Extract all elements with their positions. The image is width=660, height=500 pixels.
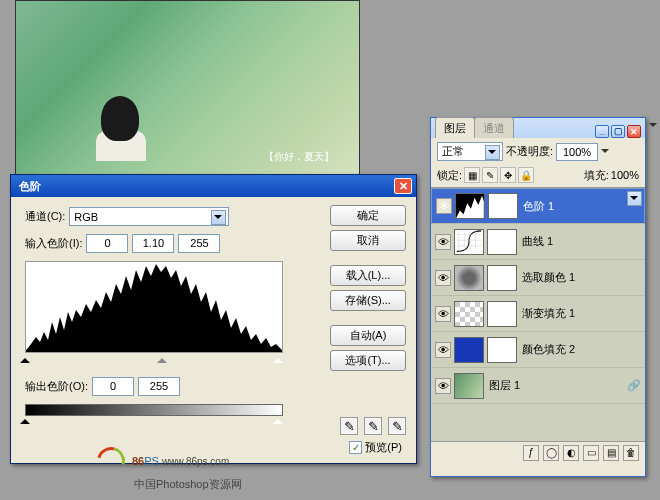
cancel-button[interactable]: 取消 (330, 230, 406, 251)
histogram (25, 261, 283, 353)
out-black-handle[interactable] (20, 414, 30, 424)
output-gradient (25, 404, 283, 416)
input-levels-label: 输入色阶(I): (25, 236, 82, 251)
layer-mask-thumb[interactable] (487, 229, 517, 255)
tab-layers[interactable]: 图层 (435, 117, 475, 138)
layer-name: 颜色填充 2 (522, 342, 575, 357)
minimize-icon[interactable]: _ (595, 125, 609, 138)
layers-panel: 图层 通道 _ ▢ ✕ 正常 不透明度: 100% 锁定: ▦ ✎ ✥ 🔒 填充… (430, 117, 646, 477)
auto-button[interactable]: 自动(A) (330, 325, 406, 346)
visibility-icon[interactable]: 👁 (435, 342, 451, 358)
layer-name: 曲线 1 (522, 234, 553, 249)
layers-footer: ƒ ◯ ◐ ▭ ▤ 🗑 (431, 441, 645, 463)
save-button[interactable]: 存储(S)... (330, 290, 406, 311)
mask-icon[interactable]: ◯ (543, 445, 559, 461)
layer-row-levels[interactable]: 👁 色阶 1 (431, 188, 645, 224)
canvas-photo: 【你好，夏天】 (15, 0, 360, 190)
maximize-icon[interactable]: ▢ (611, 125, 625, 138)
layer-name: 图层 1 (489, 378, 520, 393)
layer-row-color-fill[interactable]: 👁 颜色填充 2 (431, 332, 645, 368)
close-icon[interactable]: ✕ (394, 178, 412, 194)
load-button[interactable]: 载入(L)... (330, 265, 406, 286)
layer-thumb[interactable] (454, 301, 484, 327)
out-white-handle[interactable] (273, 414, 283, 424)
white-point-handle[interactable] (273, 353, 283, 363)
input-slider[interactable] (25, 355, 283, 365)
preview-label: 预览(P) (365, 440, 402, 455)
layer-mask-thumb[interactable] (487, 337, 517, 363)
gray-eyedropper-icon[interactable]: ✎ (364, 417, 382, 435)
adjust-icon[interactable]: ◐ (563, 445, 579, 461)
preview-checkbox[interactable]: ✓ (349, 441, 362, 454)
layer-mask-thumb[interactable] (487, 301, 517, 327)
levels-dialog: 色阶 ✕ 通道(C): RGB 输入色阶(I): 0 1.10 255 输出 (10, 174, 417, 464)
new-layer-icon[interactable]: ▤ (603, 445, 619, 461)
folder-icon[interactable]: ▭ (583, 445, 599, 461)
gray-point-handle[interactable] (157, 353, 167, 363)
opacity-label: 不透明度: (506, 144, 553, 159)
layer-row-gradient-fill[interactable]: 👁 渐变填充 1 (431, 296, 645, 332)
layer-name: 渐变填充 1 (522, 306, 575, 321)
fx-icon[interactable]: ƒ (523, 445, 539, 461)
layer-name: 选取颜色 1 (522, 270, 575, 285)
layer-thumb[interactable] (454, 337, 484, 363)
blend-mode-select[interactable]: 正常 (437, 142, 503, 161)
layer-thumb[interactable] (454, 265, 484, 291)
photo-subject (96, 96, 156, 161)
output-slider[interactable] (25, 416, 283, 426)
lock-move-icon[interactable]: ✥ (500, 167, 516, 183)
visibility-icon[interactable]: 👁 (436, 198, 452, 214)
input-mid-field[interactable]: 1.10 (132, 234, 174, 253)
layer-thumb[interactable] (454, 373, 484, 399)
levels-title: 色阶 (19, 179, 41, 194)
trash-icon[interactable]: 🗑 (623, 445, 639, 461)
layer-row-layer1[interactable]: 👁 图层 1 🔗 (431, 368, 645, 404)
layer-thumb[interactable] (454, 229, 484, 255)
levels-titlebar[interactable]: 色阶 ✕ (11, 175, 416, 197)
black-eyedropper-icon[interactable]: ✎ (340, 417, 358, 435)
lock-transparent-icon[interactable]: ▦ (464, 167, 480, 183)
output-black-field[interactable]: 0 (92, 377, 134, 396)
white-eyedropper-icon[interactable]: ✎ (388, 417, 406, 435)
layers-panel-titlebar[interactable]: 图层 通道 _ ▢ ✕ (431, 118, 645, 138)
layer-row-selective-color[interactable]: 👁 选取颜色 1 (431, 260, 645, 296)
layer-list: 👁 色阶 1 👁 曲线 1 👁 选取颜色 1 👁 渐变填充 1 👁 (431, 187, 645, 441)
lock-label: 锁定: (437, 168, 462, 183)
watermark-logo: 86PS www.86ps.com (94, 444, 229, 478)
input-white-field[interactable]: 255 (178, 234, 220, 253)
photo-caption: 【你好，夏天】 (264, 150, 334, 164)
visibility-icon[interactable]: 👁 (435, 270, 451, 286)
tab-channels[interactable]: 通道 (474, 117, 514, 138)
visibility-icon[interactable]: 👁 (435, 234, 451, 250)
ok-button[interactable]: 确定 (330, 205, 406, 226)
lock-all-icon[interactable]: 🔒 (518, 167, 534, 183)
layer-row-curves[interactable]: 👁 曲线 1 (431, 224, 645, 260)
opacity-field[interactable]: 100% (556, 143, 598, 161)
visibility-icon[interactable]: 👁 (435, 378, 451, 394)
layer-mask-thumb[interactable] (487, 265, 517, 291)
lock-paint-icon[interactable]: ✎ (482, 167, 498, 183)
black-point-handle[interactable] (20, 353, 30, 363)
watermark-subtitle: 中国Photoshop资源网 (134, 477, 242, 492)
visibility-icon[interactable]: 👁 (435, 306, 451, 322)
options-button[interactable]: 选项(T)... (330, 350, 406, 371)
layer-name: 色阶 1 (523, 199, 554, 214)
layer-mask-thumb[interactable] (488, 193, 518, 219)
link-icon[interactable]: 🔗 (627, 379, 641, 392)
fill-label: 填充: (584, 168, 609, 183)
channel-select[interactable]: RGB (69, 207, 229, 226)
fill-field[interactable]: 100% (611, 169, 639, 181)
output-levels-label: 输出色阶(O): (25, 379, 88, 394)
layer-thumb[interactable] (455, 193, 485, 219)
panel-close-icon[interactable]: ✕ (627, 125, 641, 138)
input-black-field[interactable]: 0 (86, 234, 128, 253)
output-white-field[interactable]: 255 (138, 377, 180, 396)
channel-label: 通道(C): (25, 209, 65, 224)
